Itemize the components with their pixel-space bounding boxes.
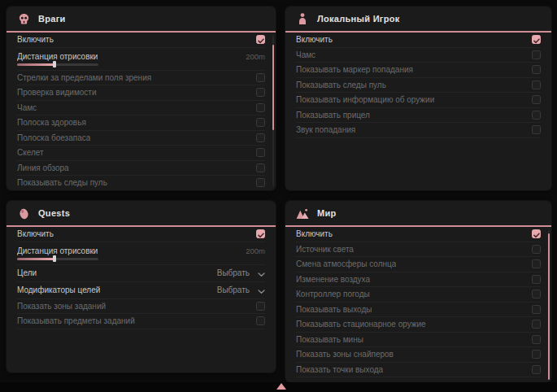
toggle-row[interactable]: Включить — [17, 227, 265, 242]
slider-row[interactable]: Дистанция отрисовки200m — [17, 48, 265, 71]
checkbox[interactable] — [256, 148, 265, 157]
row-label: Показывать стационарное оружие — [296, 320, 426, 329]
row-label: Показать зоны снайперов — [296, 350, 394, 359]
row-label: Показать зоны заданий — [17, 302, 106, 311]
checkbox[interactable] — [532, 335, 541, 344]
checkbox[interactable] — [256, 118, 265, 127]
toggle-row[interactable]: Показывать предметы заданий — [17, 314, 265, 329]
toggle-row[interactable]: Полоска боезапаса — [17, 131, 265, 146]
checkbox[interactable] — [532, 350, 541, 359]
checkbox[interactable] — [256, 163, 265, 172]
select-row[interactable]: ЦелиВыбрать — [17, 265, 265, 282]
checkbox[interactable] — [256, 35, 265, 44]
checkbox[interactable] — [256, 103, 265, 112]
checkbox[interactable] — [532, 365, 541, 374]
row-label: Чамс — [296, 50, 315, 59]
checkbox[interactable] — [532, 229, 541, 238]
checkbox[interactable] — [256, 302, 265, 311]
panel-title: Quests — [38, 208, 70, 218]
check-icon — [258, 33, 264, 47]
toggle-row[interactable]: Звук попадания — [296, 123, 541, 138]
panel-header-world[interactable]: Мир — [285, 201, 551, 227]
select-value: Выбрать — [217, 268, 250, 277]
row-label: Цели — [17, 268, 37, 277]
toggle-row[interactable]: Полоска здоровья — [17, 115, 265, 131]
slider-fill — [17, 258, 54, 260]
toggle-row[interactable]: Показывать мины — [296, 333, 541, 348]
row-label: Показывать предметы заданий — [17, 316, 135, 325]
checkbox[interactable] — [532, 305, 541, 314]
toggle-row[interactable]: Включить — [17, 33, 265, 48]
select-row[interactable]: Модификаторы целейВыбрать — [17, 282, 265, 299]
checkbox[interactable] — [532, 111, 541, 120]
checkbox[interactable] — [256, 178, 265, 187]
panel-header-enemies[interactable]: Враги — [7, 7, 276, 33]
toggle-row[interactable]: Показывать прицел — [296, 108, 541, 124]
panel-title: Враги — [38, 14, 66, 24]
toggle-row[interactable]: Показать зоны заданий — [17, 299, 265, 315]
panel-rows: ВключитьИсточник светаСмена атмосферы со… — [285, 227, 551, 377]
slider-handle[interactable] — [53, 255, 56, 262]
row-label: Полоска боезапаса — [17, 133, 90, 142]
toggle-row[interactable]: Показывать стационарное оружие — [296, 317, 541, 333]
select-control[interactable]: Выбрать — [217, 283, 265, 298]
row-label: Включить — [296, 35, 333, 44]
toggle-row[interactable]: Показать зоны снайперов — [296, 347, 541, 363]
toggle-row[interactable]: Изменение воздуха — [296, 272, 541, 288]
row-label: Включить — [17, 229, 54, 238]
panel-header-local-player[interactable]: Локальный Игрок — [285, 7, 551, 33]
toggle-row[interactable]: Проверка видимости — [17, 85, 265, 101]
slider-handle[interactable] — [53, 61, 56, 68]
slider-track[interactable] — [17, 258, 98, 260]
toggle-row[interactable]: Показывать следы пуль — [296, 78, 541, 94]
scrollbar-thumb[interactable] — [548, 233, 550, 380]
row-label: Включить — [17, 35, 54, 44]
checkbox[interactable] — [532, 290, 541, 298]
checkbox[interactable] — [532, 95, 541, 104]
checkbox[interactable] — [532, 245, 541, 254]
toggle-row[interactable]: Показывать маркер попадания — [296, 63, 541, 78]
checkbox[interactable] — [532, 275, 541, 284]
checkbox[interactable] — [532, 35, 541, 44]
checkbox[interactable] — [256, 73, 265, 82]
checkbox[interactable] — [532, 320, 541, 329]
toggle-row[interactable]: Включить — [296, 227, 541, 242]
slider-row[interactable]: Дистанция отрисовки200m — [17, 242, 265, 265]
row-label: Показать точки выхода — [296, 365, 383, 374]
checkbox[interactable] — [532, 65, 541, 74]
toggle-row[interactable]: Чамс — [17, 101, 265, 116]
toggle-row[interactable]: Смена атмосферы солнца — [296, 257, 541, 272]
scrollbar-thumb[interactable] — [272, 45, 274, 130]
checkbox[interactable] — [256, 229, 265, 238]
toggle-row[interactable]: Чамс — [296, 48, 541, 63]
toggle-row[interactable]: Показывать выходы — [296, 303, 541, 318]
slider-label-line: Дистанция отрисовки200m — [17, 246, 265, 255]
select-control[interactable]: Выбрать — [217, 266, 265, 281]
checkbox[interactable] — [256, 316, 265, 325]
checkbox[interactable] — [532, 125, 541, 134]
checkbox[interactable] — [532, 81, 541, 89]
toggle-row[interactable]: Показывать следы пуль — [17, 176, 265, 190]
toggle-row[interactable]: Скелет — [17, 146, 265, 161]
check-icon — [258, 227, 264, 242]
toggle-row[interactable]: Включить — [296, 33, 541, 48]
toggle-row[interactable]: Стрелки за пределами поля зрения — [17, 71, 265, 86]
panel-header-quests[interactable]: Quests — [7, 201, 276, 227]
toggle-row[interactable]: Показать точки выхода — [296, 363, 541, 378]
row-label: Модификаторы целей — [17, 285, 100, 294]
row-label: Чамс — [17, 103, 37, 112]
toggle-row[interactable]: Контроллер погоды — [296, 287, 541, 303]
checkbox[interactable] — [256, 133, 265, 142]
row-label: Стрелки за пределами поля зрения — [17, 73, 151, 82]
toggle-row[interactable]: Показывать информацию об оружии — [296, 93, 541, 108]
toggle-row[interactable]: Линия обзора — [17, 161, 265, 176]
toggle-row[interactable]: Источник света — [296, 242, 541, 258]
checkbox[interactable] — [532, 259, 541, 268]
checkbox[interactable] — [532, 50, 541, 59]
slider-value: 200m — [246, 52, 265, 61]
panel-rows: ВключитьДистанция отрисовки200mСтрелки з… — [7, 33, 276, 190]
slider-track[interactable] — [17, 63, 98, 66]
slider-value: 200m — [246, 246, 265, 255]
panel-enemies: ВрагиВключитьДистанция отрисовки200mСтре… — [7, 7, 276, 190]
checkbox[interactable] — [256, 88, 265, 97]
